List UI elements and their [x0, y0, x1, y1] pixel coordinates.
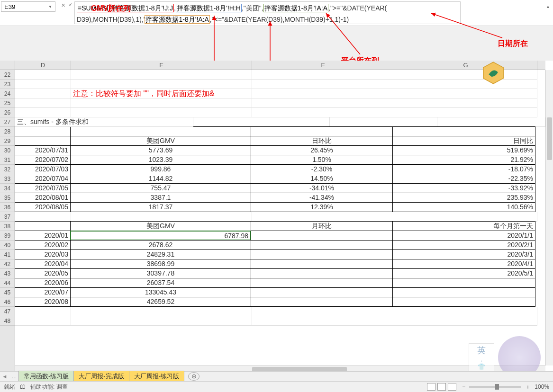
- cell[interactable]: 3387.1: [70, 193, 251, 203]
- cell[interactable]: 注意：比较符号要加 ""，同时后面还要加&: [71, 89, 252, 98]
- cell[interactable]: [252, 212, 394, 222]
- cell[interactable]: 519.69%: [392, 145, 535, 155]
- cell[interactable]: [392, 297, 535, 307]
- cell[interactable]: 30397.78: [70, 268, 251, 278]
- cell[interactable]: [394, 98, 537, 108]
- cell[interactable]: [251, 297, 393, 307]
- cell[interactable]: -18.07%: [392, 164, 535, 174]
- cell[interactable]: [252, 108, 394, 117]
- row-header[interactable]: 45: [0, 288, 15, 297]
- sheet-tab-1[interactable]: 常用函数-练习版: [18, 371, 74, 383]
- zoom-out-button[interactable]: −: [462, 383, 465, 390]
- cell[interactable]: -41.34%: [251, 193, 393, 203]
- cell[interactable]: 2020/01: [15, 231, 71, 241]
- cell[interactable]: [15, 212, 71, 222]
- row-header[interactable]: 37: [0, 212, 15, 222]
- cell[interactable]: 2020/2/1: [392, 240, 535, 250]
- cell[interactable]: [71, 98, 252, 108]
- cell[interactable]: 755.47: [70, 183, 251, 193]
- cell[interactable]: [330, 117, 437, 127]
- cell[interactable]: [437, 117, 545, 127]
- cell[interactable]: [252, 89, 394, 98]
- cell[interactable]: 2020/1/1: [392, 231, 535, 241]
- tab-prev-icon[interactable]: ◄: [0, 374, 9, 379]
- col-header-e[interactable]: E: [71, 61, 252, 70]
- cell[interactable]: [252, 307, 394, 316]
- row-header[interactable]: 32: [0, 165, 15, 174]
- cell[interactable]: 26.45%: [251, 145, 393, 155]
- cell[interactable]: 1144.82: [70, 174, 251, 184]
- cell[interactable]: 21.92%: [392, 155, 535, 165]
- cell[interactable]: [252, 316, 394, 326]
- cell[interactable]: 1817.37: [70, 202, 251, 212]
- cell[interactable]: 2020/07/31: [15, 145, 71, 155]
- cell[interactable]: -34.01%: [251, 183, 393, 193]
- sheet-tab-2[interactable]: 大厂周报-完成版: [73, 371, 129, 382]
- zoom-in-button[interactable]: ＋: [525, 383, 531, 391]
- row-header[interactable]: 23: [0, 80, 15, 89]
- cell[interactable]: [251, 231, 393, 241]
- cell[interactable]: 2020/07: [15, 287, 71, 297]
- cell[interactable]: 2020/07/02: [15, 155, 71, 165]
- cancel-icon[interactable]: ✕: [61, 2, 65, 9]
- cell[interactable]: [394, 307, 537, 316]
- cell[interactable]: [251, 126, 393, 136]
- cell[interactable]: [394, 89, 537, 98]
- cell[interactable]: [394, 212, 537, 222]
- cell[interactable]: 美团GMV: [70, 221, 251, 231]
- cell[interactable]: 2020/03: [15, 249, 71, 259]
- cell[interactable]: [15, 98, 71, 108]
- cell[interactable]: [15, 126, 71, 136]
- chevron-down-icon[interactable]: ▼: [48, 5, 52, 9]
- row-header[interactable]: 44: [0, 278, 15, 288]
- cell[interactable]: [15, 221, 71, 231]
- row-header[interactable]: 41: [0, 250, 15, 259]
- cell[interactable]: 月环比: [251, 221, 393, 231]
- cell[interactable]: [252, 98, 394, 108]
- cell[interactable]: 235.93%: [392, 193, 535, 203]
- col-header-g[interactable]: G: [394, 61, 537, 70]
- tab-more-icon[interactable]: …: [9, 374, 19, 379]
- cell[interactable]: 2020/08/01: [15, 193, 71, 203]
- row-header[interactable]: 35: [0, 193, 15, 203]
- row-header[interactable]: 24: [0, 89, 15, 98]
- cell[interactable]: 24829.31: [70, 249, 251, 259]
- row-header[interactable]: 31: [0, 155, 15, 165]
- row-header[interactable]: 39: [0, 231, 15, 241]
- cell[interactable]: 2020/5/1: [392, 268, 535, 278]
- row-header[interactable]: 34: [0, 184, 15, 193]
- cell[interactable]: [71, 80, 252, 89]
- cell[interactable]: 2020/08: [15, 297, 71, 307]
- name-box[interactable]: ▼: [1, 1, 55, 12]
- cell[interactable]: -33.92%: [392, 183, 535, 193]
- row-header[interactable]: 42: [0, 259, 15, 269]
- cell[interactable]: [251, 249, 393, 259]
- cell[interactable]: 2678.62: [70, 240, 251, 250]
- cell[interactable]: 26037.54: [70, 278, 251, 288]
- select-all-corner[interactable]: [0, 61, 15, 70]
- cell[interactable]: [71, 307, 252, 316]
- cell[interactable]: [71, 316, 252, 326]
- cell[interactable]: 2020/3/1: [392, 249, 535, 259]
- sheet-tab-3[interactable]: 大厂周报-练习版: [129, 371, 184, 382]
- cell[interactable]: 2020/05: [15, 268, 71, 278]
- cell[interactable]: [394, 70, 537, 80]
- row-header[interactable]: 30: [0, 146, 15, 155]
- cell[interactable]: [394, 80, 537, 89]
- cell[interactable]: 日环比: [251, 136, 393, 146]
- cell[interactable]: 1.50%: [251, 155, 393, 165]
- cell[interactable]: [15, 89, 71, 98]
- cell[interactable]: [71, 108, 252, 117]
- cell[interactable]: 2020/07/05: [15, 183, 71, 193]
- row-header[interactable]: 26: [0, 108, 15, 117]
- cell[interactable]: 2020/07/03: [15, 164, 71, 174]
- zoom-slider[interactable]: [469, 386, 521, 388]
- col-header-f[interactable]: F: [252, 61, 394, 70]
- row-header[interactable]: 33: [0, 174, 15, 184]
- cell[interactable]: 133045.43: [70, 287, 251, 297]
- cell[interactable]: [392, 126, 535, 136]
- cell[interactable]: 140.56%: [392, 202, 535, 212]
- row-header[interactable]: 43: [0, 269, 15, 278]
- cell[interactable]: 38698.99: [70, 259, 251, 269]
- cell[interactable]: 美团GMV: [70, 136, 251, 146]
